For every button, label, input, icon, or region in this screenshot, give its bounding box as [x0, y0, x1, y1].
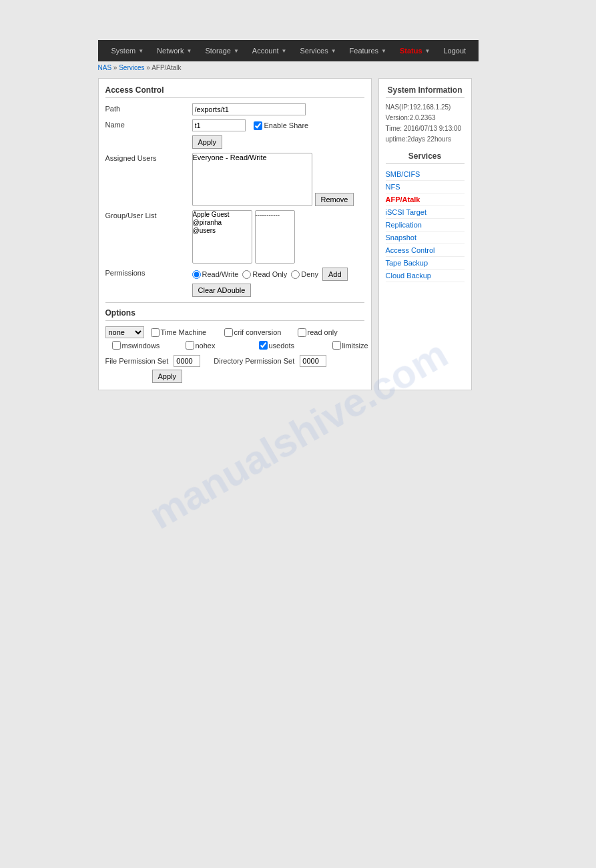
navbar: System ▼ Network ▼ Storage ▼ Account ▼ S… [98, 40, 479, 61]
options-apply-button[interactable]: Apply [152, 370, 183, 383]
group-user-row: Group/User List Apple Guest @piranha @us… [105, 210, 364, 264]
apply-button-1[interactable]: Apply [192, 135, 223, 149]
enable-share-checkbox[interactable] [254, 121, 262, 130]
perm-readwrite-radio[interactable] [192, 270, 201, 279]
page-wrapper: System ▼ Network ▼ Storage ▼ Account ▼ S… [0, 0, 596, 430]
left-panel: Access Control Path Name [98, 78, 372, 390]
features-arrow-icon: ▼ [381, 48, 386, 54]
mswindows-checkbox[interactable] [112, 341, 121, 350]
apply-row-1: Apply [105, 135, 364, 149]
nav-status[interactable]: Status ▼ [393, 40, 437, 61]
service-item-snapshot[interactable]: Snapshot [386, 232, 465, 244]
perm-set-row: File Permission Set Directory Permission… [105, 355, 364, 367]
nav-logout[interactable]: Logout [437, 40, 473, 61]
perm-readwrite-option: Read/Write [192, 270, 239, 279]
perm-deny-option: Deny [291, 270, 318, 279]
path-row: Path [105, 103, 364, 115]
options-row-2: mswindows nohex usedots limitsize [105, 341, 364, 350]
perm-readonly-option: Read Only [242, 270, 287, 279]
assigned-users-select[interactable]: Everyone - Read/Write [192, 153, 312, 206]
options-title: Options [105, 308, 364, 321]
account-arrow-icon: ▼ [282, 48, 287, 54]
time-machine-checkbox[interactable] [151, 328, 160, 337]
service-item-afp-atalk[interactable]: AFP/Atalk [386, 193, 465, 206]
assigned-users-control: Everyone - Read/Write Remove [192, 153, 364, 206]
sysinfo-title: System Information [386, 85, 465, 98]
sysinfo-version: Version:2.0.2363 [386, 113, 465, 123]
perm-deny-radio[interactable] [291, 270, 300, 279]
service-item-cloud-backup[interactable]: Cloud Backup [386, 270, 465, 282]
add-button[interactable]: Add [322, 268, 348, 281]
content-area: Access Control Path Name [98, 78, 499, 390]
assigned-users-label: Assigned Users [105, 153, 192, 162]
breadcrumb-nas[interactable]: NAS [98, 64, 112, 71]
options-apply-row: Apply [105, 370, 364, 383]
group-right-option: ----------- [256, 211, 294, 219]
nav-system[interactable]: System ▼ [105, 40, 151, 61]
crif-conversion-checkbox[interactable] [224, 328, 233, 337]
name-input[interactable] [192, 119, 246, 131]
limitsize-checkbox[interactable] [332, 341, 341, 350]
services-arrow-icon: ▼ [331, 48, 336, 54]
sysinfo-text: NAS(IP:192.168.1.25) Version:2.0.2363 Ti… [386, 102, 465, 145]
path-label: Path [105, 103, 192, 113]
group-user-label: Group/User List [105, 210, 192, 220]
right-panel: System Information NAS(IP:192.168.1.25) … [378, 78, 472, 390]
storage-arrow-icon: ▼ [234, 48, 239, 54]
nav-features[interactable]: Features ▼ [343, 40, 393, 61]
read-only-option: read only [298, 328, 364, 337]
name-label: Name [105, 119, 192, 129]
sysinfo-time: Time: 2016/07/13 9:13:00 [386, 123, 465, 134]
dir-perm-input[interactable] [300, 355, 326, 367]
nohex-checkbox[interactable] [186, 341, 194, 350]
service-item-nfs[interactable]: NFS [386, 181, 465, 193]
group-option-1: @piranha [193, 219, 252, 227]
service-item-replication[interactable]: Replication [386, 219, 465, 232]
assigned-users-option: Everyone - Read/Write [193, 153, 312, 162]
usedots-option: usedots [259, 341, 326, 350]
service-item-tape-backup[interactable]: Tape Backup [386, 257, 465, 270]
group-right-select[interactable]: ----------- [255, 210, 295, 264]
path-input[interactable] [192, 103, 306, 115]
sysinfo-nas-ip: NAS(IP:192.168.1.25) [386, 102, 465, 113]
group-option-2: @users [193, 227, 252, 235]
status-arrow-icon: ▼ [425, 48, 430, 54]
path-control [192, 103, 364, 115]
crif-conversion-option: crif conversion [224, 328, 291, 337]
main-container: System ▼ Network ▼ Storage ▼ Account ▼ S… [98, 40, 499, 390]
permissions-row: Permissions Read/Write Read Only [105, 268, 364, 297]
mswindows-option: mswindows [112, 341, 179, 350]
service-item-access-control[interactable]: Access Control [386, 244, 465, 257]
clear-adouble-button[interactable]: Clear ADouble [192, 284, 252, 297]
group-user-control: Apple Guest @piranha @users ----------- [192, 210, 364, 264]
permissions-label: Permissions [105, 268, 192, 277]
time-machine-option: Time Machine [151, 328, 218, 337]
section-divider [105, 302, 364, 303]
nohex-option: nohex [186, 341, 252, 350]
access-control-title: Access Control [105, 85, 364, 98]
sysinfo-uptime: uptime:2days 22hours [386, 134, 465, 145]
breadcrumb-services[interactable]: Services [119, 64, 144, 71]
options-select[interactable]: none [105, 326, 144, 338]
read-only-checkbox[interactable] [298, 328, 306, 337]
group-option-0: Apple Guest [193, 211, 252, 219]
apply-spacer [105, 135, 192, 137]
apply-control: Apply [192, 135, 364, 149]
file-perm-input[interactable] [174, 355, 200, 367]
nav-account[interactable]: Account ▼ [246, 40, 294, 61]
nav-storage[interactable]: Storage ▼ [198, 40, 245, 61]
usedots-checkbox[interactable] [259, 341, 268, 350]
service-item-iscsi-target[interactable]: iSCSI Target [386, 206, 465, 219]
name-control: Enable Share [192, 119, 364, 131]
service-item-smb-cifs[interactable]: SMB/CIFS [386, 168, 465, 181]
system-arrow-icon: ▼ [138, 48, 143, 54]
options-grid: none Time Machine crif conversion r [105, 326, 364, 383]
nav-services[interactable]: Services ▼ [294, 40, 343, 61]
remove-button[interactable]: Remove [315, 193, 354, 206]
perm-readonly-radio[interactable] [242, 270, 251, 279]
network-arrow-icon: ▼ [186, 48, 192, 54]
nav-network[interactable]: Network ▼ [150, 40, 198, 61]
breadcrumb: NAS » Services » AFP/Atalk [98, 61, 499, 75]
breadcrumb-current: AFP/Atalk [152, 64, 181, 71]
group-select[interactable]: Apple Guest @piranha @users [192, 210, 252, 264]
